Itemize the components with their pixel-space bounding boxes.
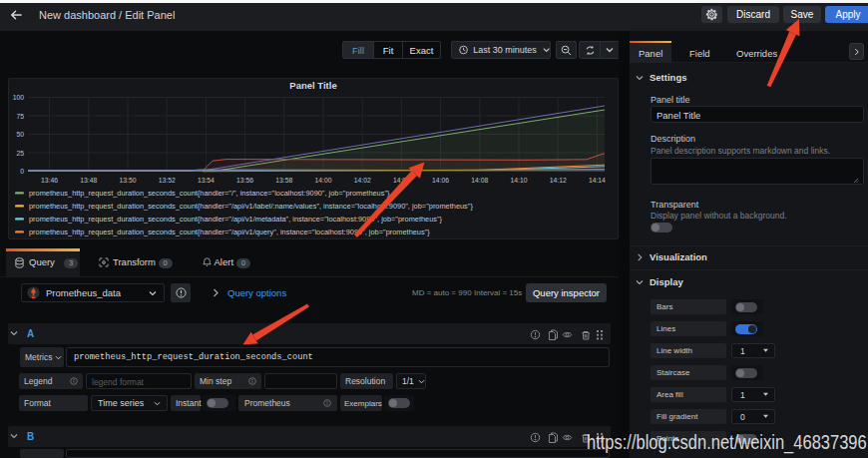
svg-text:13:46: 13:46 — [41, 177, 58, 184]
svg-text:14:12: 14:12 — [550, 177, 567, 184]
svg-text:prometheus_http_request_durati: prometheus_http_request_duration_seconds… — [29, 228, 430, 236]
svg-text:50: 50 — [16, 131, 24, 138]
svg-text:14:14: 14:14 — [589, 177, 606, 184]
svg-text:13:58: 13:58 — [275, 177, 292, 184]
svg-text:13:50: 13:50 — [119, 177, 136, 184]
svg-text:14:00: 14:00 — [314, 177, 331, 184]
svg-text:13:56: 13:56 — [236, 177, 253, 184]
svg-text:prometheus_http_request_durati: prometheus_http_request_duration_seconds… — [29, 215, 443, 224]
svg-text:0: 0 — [20, 168, 24, 175]
svg-text:14:02: 14:02 — [354, 177, 371, 184]
svg-text:14:10: 14:10 — [510, 177, 527, 184]
svg-text:100: 100 — [13, 94, 25, 101]
svg-text:14:04: 14:04 — [393, 177, 410, 184]
svg-text:prometheus_http_request_durati: prometheus_http_request_duration_seconds… — [29, 202, 473, 211]
svg-text:13:54: 13:54 — [198, 177, 215, 184]
svg-text:prometheus_http_request_durati: prometheus_http_request_duration_seconds… — [29, 189, 390, 198]
svg-text:13:52: 13:52 — [159, 177, 176, 184]
svg-text:14:08: 14:08 — [471, 177, 488, 184]
svg-text:75: 75 — [16, 113, 24, 120]
svg-text:14:06: 14:06 — [432, 177, 449, 184]
svg-text:25: 25 — [16, 150, 24, 157]
svg-text:13:48: 13:48 — [80, 177, 97, 184]
